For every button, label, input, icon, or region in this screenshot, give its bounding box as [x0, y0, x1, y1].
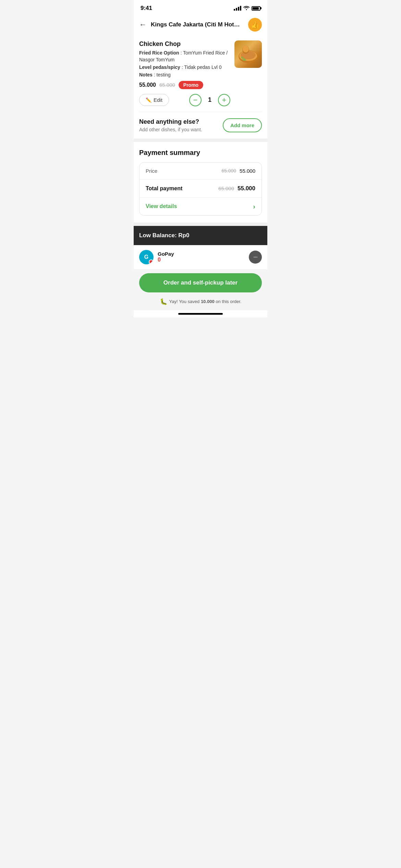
price-summary-row: Price 65.000 55.000	[139, 162, 262, 179]
spicy-value: Tidak pedas Lvl 0	[184, 64, 221, 70]
price-values: 65.000 55.000	[221, 168, 255, 174]
page-title: Kings Cafe Jakarta (Citi M Hotel), Tana.…	[151, 21, 240, 28]
price-current: 55.000	[139, 82, 156, 88]
edit-label: Edit	[154, 97, 162, 103]
notes-colon: :	[154, 72, 157, 77]
add-more-heading: Need anything else?	[139, 118, 202, 125]
promo-badge: Promo	[179, 81, 203, 89]
section-gap-2	[134, 222, 267, 226]
add-more-section: Need anything else? Add other dishes, if…	[134, 112, 267, 138]
thumbs-up-button[interactable]: 👍	[248, 18, 262, 32]
gopay-text-group: GoPay 0	[158, 251, 174, 263]
battery-icon	[252, 6, 260, 11]
edit-button[interactable]: ✏️ Edit	[139, 94, 169, 106]
fried-rice-label: Fried Rice Option	[139, 50, 179, 56]
total-label: Total payment	[146, 185, 182, 192]
price-original: 65.000	[159, 82, 175, 88]
gopay-icon: G	[139, 250, 154, 264]
order-button[interactable]: Order and self-pickup later	[139, 273, 262, 292]
status-icons	[234, 5, 260, 11]
gopay-dot	[149, 260, 154, 264]
notes-label: Notes	[139, 72, 153, 77]
add-more-button[interactable]: Add more	[223, 118, 262, 132]
low-balance-text: Low Balance: Rp0	[139, 232, 189, 239]
food-visual	[234, 40, 262, 68]
view-details-row[interactable]: View details ›	[139, 197, 262, 215]
add-more-subtext: Add other dishes, if you want.	[139, 127, 202, 132]
back-button[interactable]: ←	[139, 20, 147, 29]
savings-bug-icon: 🐛	[160, 298, 167, 305]
savings-prefix: Yay! You saved	[169, 299, 200, 304]
fried-rice-option: Fried Rice Option : TomYum Fried Rice / …	[139, 50, 230, 63]
section-gap-1	[134, 138, 267, 142]
status-bar: 9:41	[134, 0, 267, 14]
price-old: 65.000	[221, 168, 236, 173]
item-actions: ✏️ Edit − 1 +	[139, 94, 230, 106]
more-options-button[interactable]: ···	[249, 251, 262, 264]
total-values: 65.000 55.000	[218, 185, 255, 192]
increase-quantity-button[interactable]: +	[218, 94, 230, 106]
savings-text: Yay! You saved 10.000 on this order.	[169, 299, 242, 304]
price-label: Price	[146, 168, 157, 174]
decrease-quantity-button[interactable]: −	[189, 94, 202, 106]
item-title: Chicken Chop	[139, 40, 230, 48]
top-nav: ← Kings Cafe Jakarta (Citi M Hotel), Tan…	[134, 14, 267, 36]
payment-title: Payment summary	[139, 149, 262, 157]
status-time: 9:41	[141, 5, 152, 12]
gopay-balance: 0	[158, 257, 174, 263]
svg-point-7	[244, 59, 246, 61]
savings-amount: 10.000	[201, 299, 215, 304]
add-more-text: Need anything else? Add other dishes, if…	[139, 118, 202, 132]
wifi-icon	[243, 5, 250, 11]
total-new: 55.000	[238, 185, 255, 192]
signal-icon	[234, 6, 241, 11]
notes-value: testing	[157, 72, 171, 77]
home-bar	[178, 313, 223, 315]
item-notes: Notes : testing	[139, 72, 230, 77]
spicy-label: Level pedas/spicy	[139, 64, 180, 70]
quantity-value: 1	[206, 96, 213, 104]
total-row: Total payment 65.000 55.000	[139, 179, 262, 197]
chevron-right-icon: ›	[253, 203, 255, 210]
gopay-name: GoPay	[158, 251, 174, 257]
view-details-label: View details	[146, 203, 177, 209]
quantity-controls: − 1 +	[189, 94, 230, 106]
payment-method-row: G GoPay 0 ···	[134, 245, 267, 269]
payment-card: Price 65.000 55.000 Total payment 65.000…	[139, 162, 262, 216]
price-row: 55.000 65.000 Promo	[139, 81, 230, 89]
savings-note: 🐛 Yay! You saved 10.000 on this order.	[134, 297, 267, 310]
savings-suffix: on this order.	[216, 299, 241, 304]
payment-section: Payment summary Price 65.000 55.000 Tota…	[134, 142, 267, 222]
item-section: Chicken Chop Fried Rice Option : TomYum …	[134, 36, 267, 112]
home-indicator	[134, 310, 267, 317]
item-image	[234, 40, 262, 68]
total-old: 65.000	[218, 185, 234, 191]
item-details: Chicken Chop Fried Rice Option : TomYum …	[139, 40, 230, 106]
svg-point-6	[241, 57, 243, 59]
gopay-info: G GoPay 0	[139, 250, 174, 264]
price-new: 55.000	[240, 168, 255, 174]
svg-point-4	[243, 46, 249, 52]
spicy-option: Level pedas/spicy : Tidak pedas Lvl 0	[139, 64, 230, 71]
low-balance-bar: Low Balance: Rp0	[134, 226, 267, 245]
fried-rice-colon: :	[181, 50, 183, 56]
edit-icon: ✏️	[146, 97, 151, 103]
gopay-logo: G	[144, 254, 148, 260]
